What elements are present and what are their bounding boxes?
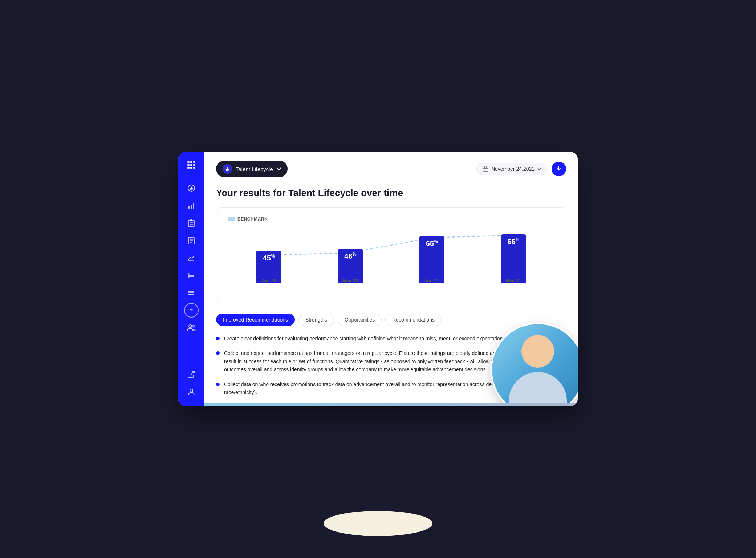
- sidebar-icon-list-alt[interactable]: [184, 268, 199, 283]
- svg-line-33: [191, 371, 194, 375]
- svg-point-31: [189, 325, 192, 328]
- svg-rect-14: [190, 219, 192, 221]
- person-avatar: [491, 323, 578, 406]
- svg-point-8: [193, 167, 195, 169]
- bottom-bar: [178, 403, 578, 406]
- axis-label-jun21: Jun 21: [424, 278, 439, 283]
- tab-recommendations[interactable]: Recommendations: [385, 314, 442, 326]
- axis-label-nov21: Nov 21: [505, 278, 521, 283]
- svg-point-0: [187, 161, 190, 163]
- tab-strengths[interactable]: Strengths: [298, 314, 334, 326]
- svg-point-4: [190, 164, 192, 166]
- person-silhouette: [492, 324, 578, 406]
- chevron-down-icon: [277, 167, 281, 170]
- person-body: [509, 372, 567, 406]
- svg-rect-13: [188, 220, 194, 227]
- bar-value-nov21: 66%: [507, 237, 519, 246]
- svg-point-7: [190, 167, 192, 169]
- calendar-icon: [483, 166, 488, 172]
- chart-wrapper: 45% Jun 20 46% Nov 20 65%: [228, 229, 554, 294]
- svg-point-32: [192, 325, 195, 327]
- sidebar-icon-chart[interactable]: [184, 251, 199, 265]
- tab-opportunities[interactable]: Opportunities: [338, 314, 382, 326]
- chart-column-nov21: 66% Nov 21: [473, 229, 554, 283]
- svg-point-26: [188, 275, 190, 276]
- bullet-dot-2: [216, 351, 220, 355]
- bar-value-jun21: 65%: [426, 239, 438, 248]
- recommendation-text-1: Create clear definitions for evaluating …: [224, 335, 507, 343]
- svg-point-25: [188, 273, 190, 275]
- person-head: [521, 335, 554, 368]
- chart-column-jun21: 65% Jun 21: [391, 229, 473, 283]
- download-icon: [556, 166, 562, 172]
- dropdown-label: Talent Lifecycle: [236, 166, 273, 172]
- svg-point-5: [193, 164, 195, 166]
- tab-improved-recommendations[interactable]: Improved Recommendations: [216, 314, 295, 326]
- svg-point-27: [188, 276, 190, 278]
- svg-point-3: [187, 164, 190, 166]
- date-selector[interactable]: November 24,2021: [476, 163, 547, 175]
- benchmark-legend: BENCHMARK: [228, 217, 554, 222]
- bar-jun21: 65%: [419, 236, 444, 283]
- svg-rect-11: [191, 205, 192, 209]
- svg-point-1: [190, 161, 192, 163]
- sidebar-icon-menu[interactable]: [184, 286, 199, 300]
- download-button[interactable]: [552, 162, 566, 176]
- benchmark-label: BENCHMARK: [237, 217, 268, 222]
- bar-nov21: 66%: [501, 234, 526, 283]
- chevron-down-icon-date: [537, 168, 541, 170]
- sidebar-icon-dashboard[interactable]: [184, 181, 199, 195]
- axis-label-nov20: Nov 20: [342, 278, 358, 283]
- page-title: Your results for Talent Lifecycle over t…: [216, 187, 566, 199]
- chart-column-jun20: 45% Jun 20: [228, 229, 310, 283]
- chart-container: BENCHMARK 45% Jun 20: [216, 207, 566, 303]
- axis-label-jun20: Jun 20: [261, 278, 276, 283]
- chart-column-nov20: 46% Nov 20: [310, 229, 391, 283]
- sidebar-icon-export[interactable]: [184, 367, 199, 381]
- talent-lifecycle-dropdown[interactable]: Talent Lifecycle: [216, 161, 288, 177]
- svg-rect-12: [193, 203, 194, 209]
- bullet-dot-1: [216, 337, 220, 340]
- header-right: November 24,2021: [476, 162, 566, 176]
- chart-bars: 45% Jun 20 46% Nov 20 65%: [228, 229, 554, 294]
- sidebar-icon-clipboard[interactable]: [184, 216, 199, 230]
- svg-point-2: [193, 161, 195, 163]
- svg-point-34: [190, 389, 193, 392]
- svg-point-6: [187, 167, 190, 169]
- bar-value-nov20: 46%: [344, 252, 356, 260]
- sidebar: ?: [178, 152, 204, 406]
- svg-rect-35: [483, 167, 488, 171]
- date-label: November 24,2021: [491, 166, 535, 172]
- logo[interactable]: [186, 159, 197, 172]
- dropdown-icon: [223, 164, 232, 174]
- sidebar-icon-people[interactable]: [184, 320, 199, 335]
- svg-rect-10: [188, 206, 190, 209]
- sidebar-icon-help[interactable]: ?: [184, 303, 199, 318]
- sidebar-icon-analytics[interactable]: [184, 198, 199, 213]
- bullet-dot-3: [216, 383, 220, 386]
- header-bar: Talent Lifecycle November 24,2021: [216, 161, 566, 177]
- sidebar-icon-user[interactable]: [184, 384, 199, 399]
- benchmark-swatch: [228, 217, 235, 221]
- sidebar-icon-reports[interactable]: [184, 233, 199, 248]
- svg-rect-39: [556, 171, 561, 171]
- bar-value-jun20: 45%: [263, 254, 275, 262]
